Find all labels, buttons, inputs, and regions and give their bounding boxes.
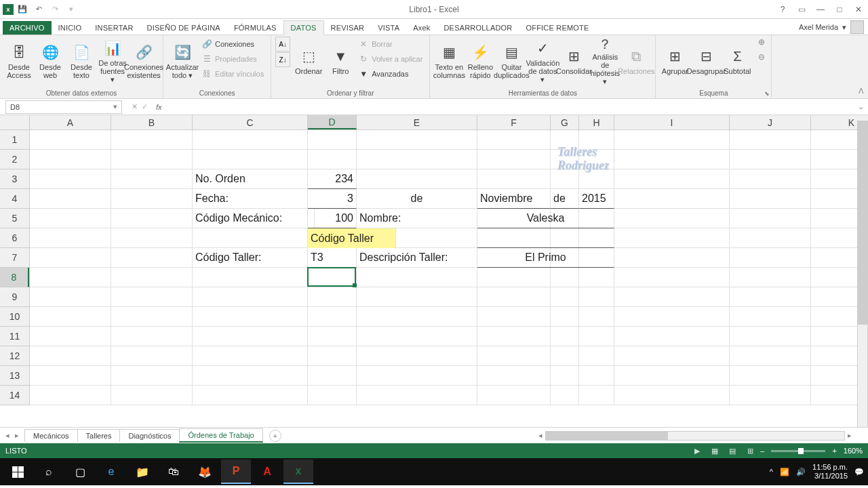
save-icon[interactable]: 💾 (15, 2, 30, 17)
text-to-columns-button[interactable]: ▦Texto en columnas (434, 37, 464, 85)
cell[interactable] (477, 228, 614, 248)
tab-datos[interactable]: DATOS (283, 20, 324, 35)
flash-fill-button[interactable]: ⚡Relleno rápido (465, 37, 495, 85)
from-web-button[interactable]: 🌐Desde web (35, 37, 65, 85)
sheet-tab-ordenes[interactable]: Órdenes de Trabajo (179, 428, 262, 443)
explorer-icon[interactable]: 📁 (127, 460, 157, 484)
sort-desc-icon[interactable]: Z↓ (275, 52, 290, 67)
network-icon[interactable]: 📶 (780, 468, 789, 476)
sheet-tab-mecanicos[interactable]: Mecánicos (24, 429, 78, 442)
tab-vista[interactable]: VISTA (371, 21, 406, 35)
view-normal-icon[interactable]: ▦ (707, 445, 722, 456)
formula-input[interactable] (166, 100, 854, 114)
sheet-tab-diagnosticos[interactable]: Diagnósticos (119, 429, 180, 442)
cell[interactable]: Descripción Taller: (357, 248, 477, 268)
undo-icon[interactable]: ↶ (31, 2, 46, 17)
hide-detail-icon[interactable]: ⊖ (756, 52, 767, 62)
firefox-icon[interactable]: 🦊 (190, 460, 220, 484)
powerpoint-icon[interactable]: P (221, 460, 251, 484)
worksheet-grid[interactable]: ABCDEFGHIJK 1234567891011121314 No. Orde… (0, 115, 868, 427)
system-tray[interactable]: ^ 📶 🔊 11:56 p.m.3/11/2015 💬 (770, 463, 864, 481)
zoom-level[interactable]: 160% (844, 447, 863, 455)
tab-office-remote[interactable]: OFFICE REMOTE (519, 21, 595, 35)
tab-diseno[interactable]: DISEÑO DE PÁGINA (140, 21, 227, 35)
help-icon[interactable]: ? (773, 2, 792, 17)
connections-button[interactable]: 🔗Conexiones (199, 37, 267, 52)
row-header[interactable]: 5 (0, 209, 29, 228)
sort-asc-icon[interactable]: A↓ (275, 37, 290, 52)
column-header[interactable]: B (111, 115, 193, 129)
select-all-corner[interactable] (0, 115, 30, 130)
row-header[interactable]: 14 (0, 386, 29, 405)
tab-inicio[interactable]: INICIO (52, 21, 89, 35)
excel-icon[interactable]: x (3, 4, 14, 15)
tab-insertar[interactable]: INSERTAR (88, 21, 140, 35)
row-header[interactable]: 7 (0, 248, 29, 268)
subtotal-button[interactable]: ΣSubtotal (722, 37, 752, 85)
consolidate-button[interactable]: ⊞Consolidar (559, 37, 589, 85)
vertical-scrollbar[interactable] (857, 121, 868, 432)
what-if-button[interactable]: ？Análisis de hipótesis ▾ (590, 37, 620, 85)
horizontal-scrollbar[interactable] (545, 431, 845, 441)
acrobat-icon[interactable]: A (252, 460, 282, 484)
cell[interactable]: No. Orden (193, 169, 308, 189)
filter-button[interactable]: ▼Filtro (327, 37, 354, 85)
task-view-icon[interactable]: ▢ (65, 460, 95, 484)
column-header[interactable]: I (614, 115, 730, 129)
from-access-button[interactable]: 🗄Desde Access (4, 37, 34, 85)
ungroup-button[interactable]: ⊟Desagrupar (691, 37, 721, 85)
row-header[interactable]: 10 (0, 307, 29, 327)
outline-launcher-icon[interactable]: ⬊ (764, 90, 770, 97)
tab-axek[interactable]: Axek (406, 21, 437, 35)
tray-up-icon[interactable]: ^ (770, 468, 773, 476)
store-icon[interactable]: 🛍 (159, 460, 189, 484)
cell[interactable]: 3 (308, 189, 357, 209)
notifications-icon[interactable]: 💬 (854, 468, 864, 476)
row-header[interactable]: 13 (0, 366, 29, 386)
fx-icon[interactable]: fx (152, 103, 166, 111)
collapse-ribbon-icon[interactable]: ᐱ (859, 87, 864, 96)
user-area[interactable]: Axel Merida▾ (799, 20, 864, 34)
cell[interactable]: Fecha: (193, 189, 308, 209)
cell[interactable]: de (551, 189, 579, 209)
data-validation-button[interactable]: ✓Validación de datos ▾ (528, 37, 557, 85)
cell[interactable]: 100 (308, 209, 357, 228)
column-headers[interactable]: ABCDEFGHIJK (30, 115, 868, 130)
sort-button[interactable]: ⬚Ordenar (292, 37, 326, 85)
expand-formula-icon[interactable]: ⌄ (854, 102, 868, 111)
column-header[interactable]: G (551, 115, 579, 129)
refresh-all-button[interactable]: 🔄Actualizar todo ▾ (167, 37, 197, 85)
column-header[interactable]: H (579, 115, 614, 129)
clock[interactable]: 11:56 p.m.3/11/2015 (812, 463, 848, 481)
cell[interactable]: Código Taller (308, 228, 396, 248)
tab-revisar[interactable]: REVISAR (324, 21, 372, 35)
qat-customize-icon[interactable]: ▾ (64, 2, 79, 17)
column-header[interactable]: J (730, 115, 811, 129)
add-sheet-button[interactable]: + (269, 430, 281, 442)
tab-desarrollador[interactable]: DESARROLLADOR (437, 21, 519, 35)
hscroll-left-icon[interactable]: ◂ (536, 431, 545, 440)
volume-icon[interactable]: 🔊 (796, 468, 806, 476)
tab-formulas[interactable]: FÓRMULAS (227, 21, 283, 35)
start-button[interactable] (3, 460, 33, 484)
view-layout-icon[interactable]: ▤ (725, 445, 740, 456)
cell[interactable]: Código Mecánico: (193, 209, 315, 228)
cell[interactable]: Valeska (477, 209, 614, 228)
tab-file[interactable]: ARCHIVO (3, 21, 52, 35)
row-header[interactable]: 2 (0, 150, 29, 169)
sheet-nav[interactable]: ◂▸ (0, 431, 24, 440)
maximize-icon[interactable]: □ (830, 2, 849, 17)
from-text-button[interactable]: 📄Desde texto (66, 37, 96, 85)
cell[interactable]: de (357, 189, 477, 209)
zoom-in-icon[interactable]: + (832, 447, 836, 455)
wordart-logo[interactable]: TalleresRodriguez (557, 146, 609, 173)
macro-record-icon[interactable]: ▶ (690, 445, 705, 456)
column-header[interactable]: A (30, 115, 111, 129)
column-header[interactable]: C (193, 115, 308, 129)
advanced-button[interactable]: ▼Avanzadas (355, 66, 425, 81)
row-header[interactable]: 11 (0, 327, 29, 346)
redo-icon[interactable]: ↷ (47, 2, 62, 17)
column-header[interactable]: E (357, 115, 477, 129)
zoom-out-icon[interactable]: – (760, 447, 764, 455)
minimize-icon[interactable]: — (811, 2, 830, 17)
